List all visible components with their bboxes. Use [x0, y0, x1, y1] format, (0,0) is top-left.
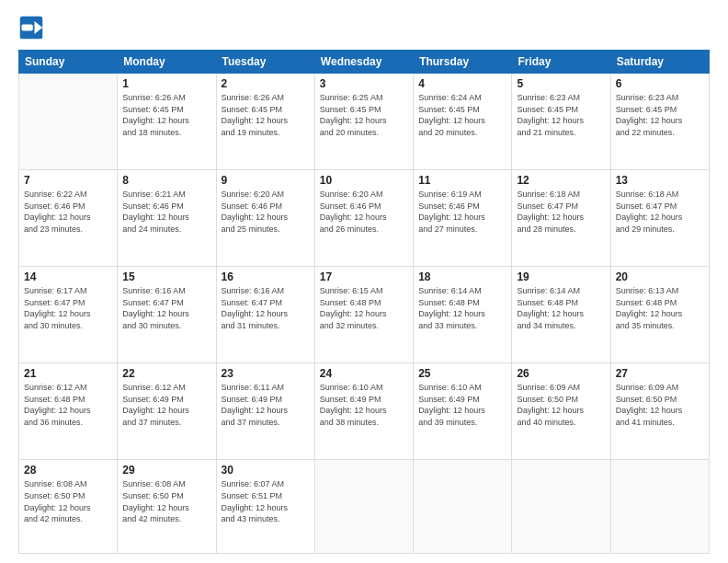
daylight-text-cont: and 24 minutes.	[122, 224, 181, 234]
sunset-text: Sunset: 6:50 PM	[24, 491, 85, 500]
daylight-text: Daylight: 12 hours	[122, 309, 189, 318]
day-info: Sunrise: 6:08 AM Sunset: 6:50 PM Dayligh…	[24, 478, 112, 524]
day-info: Sunrise: 6:09 AM Sunset: 6:50 PM Dayligh…	[517, 382, 605, 428]
day-number: 2	[222, 77, 310, 90]
daylight-text-cont: and 26 minutes.	[320, 224, 379, 234]
day-number: 19	[517, 270, 605, 283]
calendar-cell	[314, 460, 413, 554]
day-info: Sunrise: 6:07 AM Sunset: 6:51 PM Dayligh…	[222, 478, 310, 524]
calendar-cell: 26Sunrise: 6:09 AM Sunset: 6:50 PM Dayli…	[512, 363, 610, 460]
calendar-cell: 3Sunrise: 6:25 AM Sunset: 6:45 PM Daylig…	[314, 74, 413, 170]
sunset-text: Sunset: 6:50 PM	[517, 395, 578, 404]
sunset-text: Sunset: 6:48 PM	[517, 298, 578, 307]
daylight-text: Daylight: 12 hours	[517, 309, 584, 318]
daylight-text-cont: and 30 minutes.	[24, 321, 83, 330]
daylight-text-cont: and 35 minutes.	[616, 321, 675, 330]
sunrise-text: Sunrise: 6:08 AM	[122, 479, 186, 488]
calendar-header-saturday: Saturday	[610, 51, 709, 74]
calendar-cell: 17Sunrise: 6:15 AM Sunset: 6:48 PM Dayli…	[314, 267, 413, 363]
day-number: 16	[222, 270, 310, 283]
daylight-text-cont: and 21 minutes.	[517, 128, 575, 137]
calendar-header-thursday: Thursday	[414, 51, 512, 74]
sunset-text: Sunset: 6:48 PM	[616, 298, 677, 307]
day-number: 25	[418, 367, 506, 380]
calendar-cell: 27Sunrise: 6:09 AM Sunset: 6:50 PM Dayli…	[610, 363, 709, 460]
calendar-cell: 4Sunrise: 6:24 AM Sunset: 6:45 PM Daylig…	[414, 74, 512, 170]
day-number: 4	[418, 77, 506, 90]
daylight-text-cont: and 30 minutes.	[122, 321, 181, 330]
calendar-week-4: 21Sunrise: 6:12 AM Sunset: 6:48 PM Dayli…	[19, 363, 710, 460]
sunset-text: Sunset: 6:45 PM	[122, 105, 184, 114]
daylight-text: Daylight: 12 hours	[616, 406, 683, 415]
sunrise-text: Sunrise: 6:14 AM	[517, 286, 580, 295]
daylight-text-cont: and 28 minutes.	[517, 224, 575, 234]
day-number: 1	[122, 77, 210, 90]
day-number: 21	[24, 367, 112, 380]
day-info: Sunrise: 6:16 AM Sunset: 6:47 PM Dayligh…	[222, 285, 310, 331]
calendar-cell	[414, 460, 512, 554]
daylight-text: Daylight: 12 hours	[616, 213, 683, 222]
daylight-text: Daylight: 12 hours	[122, 503, 189, 512]
daylight-text: Daylight: 12 hours	[418, 406, 485, 415]
calendar-week-2: 7Sunrise: 6:22 AM Sunset: 6:46 PM Daylig…	[19, 170, 710, 267]
calendar-cell: 21Sunrise: 6:12 AM Sunset: 6:48 PM Dayli…	[19, 363, 118, 460]
sunset-text: Sunset: 6:49 PM	[320, 395, 381, 404]
calendar-cell: 2Sunrise: 6:26 AM Sunset: 6:45 PM Daylig…	[216, 74, 314, 170]
calendar-cell: 6Sunrise: 6:23 AM Sunset: 6:45 PM Daylig…	[610, 74, 709, 170]
day-info: Sunrise: 6:10 AM Sunset: 6:49 PM Dayligh…	[320, 382, 408, 428]
sunrise-text: Sunrise: 6:19 AM	[418, 190, 482, 199]
day-info: Sunrise: 6:10 AM Sunset: 6:49 PM Dayligh…	[418, 382, 506, 428]
calendar-cell: 12Sunrise: 6:18 AM Sunset: 6:47 PM Dayli…	[512, 170, 610, 267]
daylight-text-cont: and 43 minutes.	[222, 514, 280, 523]
day-info: Sunrise: 6:14 AM Sunset: 6:48 PM Dayligh…	[418, 285, 506, 331]
daylight-text-cont: and 23 minutes.	[24, 224, 83, 234]
daylight-text-cont: and 25 minutes.	[222, 224, 280, 234]
day-number: 22	[122, 367, 210, 380]
calendar-cell: 23Sunrise: 6:11 AM Sunset: 6:49 PM Dayli…	[216, 363, 314, 460]
daylight-text-cont: and 36 minutes.	[24, 418, 83, 427]
sunrise-text: Sunrise: 6:26 AM	[122, 93, 186, 102]
daylight-text: Daylight: 12 hours	[418, 116, 485, 125]
daylight-text-cont: and 42 minutes.	[24, 514, 83, 523]
calendar-cell: 30Sunrise: 6:07 AM Sunset: 6:51 PM Dayli…	[216, 460, 314, 554]
sunset-text: Sunset: 6:48 PM	[24, 395, 85, 404]
day-number: 7	[24, 174, 112, 187]
daylight-text-cont: and 38 minutes.	[320, 418, 379, 427]
calendar-cell: 9Sunrise: 6:20 AM Sunset: 6:46 PM Daylig…	[216, 170, 314, 267]
daylight-text: Daylight: 12 hours	[320, 406, 387, 415]
day-number: 5	[517, 77, 605, 90]
calendar-cell	[19, 74, 118, 170]
sunset-text: Sunset: 6:47 PM	[122, 298, 184, 307]
daylight-text: Daylight: 12 hours	[320, 213, 387, 222]
day-number: 29	[122, 464, 210, 477]
day-info: Sunrise: 6:17 AM Sunset: 6:47 PM Dayligh…	[24, 285, 112, 331]
sunset-text: Sunset: 6:47 PM	[517, 201, 578, 211]
calendar-header-tuesday: Tuesday	[216, 51, 314, 74]
day-info: Sunrise: 6:16 AM Sunset: 6:47 PM Dayligh…	[122, 285, 210, 331]
sunrise-text: Sunrise: 6:13 AM	[616, 286, 679, 295]
sunset-text: Sunset: 6:49 PM	[222, 395, 283, 404]
sunrise-text: Sunrise: 6:09 AM	[517, 383, 580, 392]
calendar-header-wednesday: Wednesday	[314, 51, 413, 74]
daylight-text-cont: and 37 minutes.	[222, 418, 280, 427]
calendar-cell: 22Sunrise: 6:12 AM Sunset: 6:49 PM Dayli…	[118, 363, 216, 460]
day-info: Sunrise: 6:15 AM Sunset: 6:48 PM Dayligh…	[320, 285, 408, 331]
day-info: Sunrise: 6:14 AM Sunset: 6:48 PM Dayligh…	[517, 285, 605, 331]
sunrise-text: Sunrise: 6:22 AM	[24, 190, 87, 199]
sunset-text: Sunset: 6:45 PM	[517, 105, 578, 114]
calendar-cell: 28Sunrise: 6:08 AM Sunset: 6:50 PM Dayli…	[19, 460, 118, 554]
sunset-text: Sunset: 6:45 PM	[320, 105, 381, 114]
sunrise-text: Sunrise: 6:08 AM	[24, 479, 87, 488]
day-info: Sunrise: 6:09 AM Sunset: 6:50 PM Dayligh…	[616, 382, 704, 428]
sunset-text: Sunset: 6:48 PM	[320, 298, 381, 307]
daylight-text: Daylight: 12 hours	[418, 213, 485, 222]
sunrise-text: Sunrise: 6:16 AM	[122, 286, 186, 295]
calendar-cell: 24Sunrise: 6:10 AM Sunset: 6:49 PM Dayli…	[314, 363, 413, 460]
day-number: 26	[517, 367, 605, 380]
sunrise-text: Sunrise: 6:23 AM	[517, 93, 580, 102]
calendar-header-friday: Friday	[512, 51, 610, 74]
day-info: Sunrise: 6:25 AM Sunset: 6:45 PM Dayligh…	[320, 92, 408, 138]
logo	[18, 15, 48, 40]
daylight-text-cont: and 41 minutes.	[616, 418, 675, 427]
calendar-cell: 16Sunrise: 6:16 AM Sunset: 6:47 PM Dayli…	[216, 267, 314, 363]
